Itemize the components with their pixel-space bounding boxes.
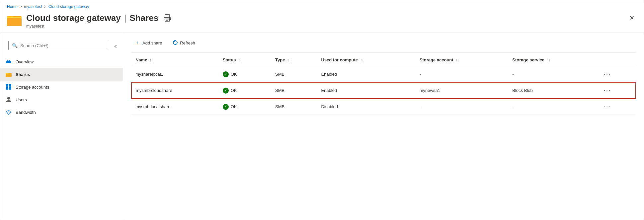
refresh-icon bbox=[173, 40, 178, 46]
cell-storage-account: - bbox=[416, 66, 508, 82]
svg-rect-12 bbox=[6, 74, 12, 77]
cell-type: SMB bbox=[271, 82, 317, 99]
table-row: mysmb-cloudshare ✓ OK SMB Enabled mynews… bbox=[131, 82, 635, 99]
breadcrumb-sep-1: > bbox=[20, 4, 22, 9]
table-header: Name ↑↓ Status ↑↓ Type ↑↓ Used for com bbox=[131, 54, 635, 66]
cell-used-for-compute: Disabled bbox=[317, 99, 415, 115]
col-header-status: Status ↑↓ bbox=[219, 54, 271, 66]
table-header-row: Name ↑↓ Status ↑↓ Type ↑↓ Used for com bbox=[131, 54, 635, 66]
status-text: OK bbox=[231, 72, 237, 77]
sidebar-item-bandwidth-label: Bandwidth bbox=[16, 110, 36, 115]
cell-type: SMB bbox=[271, 99, 317, 115]
cell-name: mysmb-cloudshare bbox=[131, 82, 219, 99]
cell-status: ✓ OK bbox=[219, 66, 271, 82]
breadcrumb-home[interactable]: Home bbox=[7, 4, 18, 9]
header-left: Cloud storage gateway | Shares bbox=[7, 13, 171, 29]
search-box: 🔍 bbox=[8, 41, 108, 50]
cell-storage-service: - bbox=[508, 99, 598, 115]
breadcrumb: Home > myasetest > Cloud storage gateway bbox=[0, 0, 644, 11]
svg-rect-4 bbox=[165, 15, 170, 18]
table-body: mysharelocal1 ✓ OK SMB Enabled - - ··· m… bbox=[131, 66, 635, 115]
sidebar: 🔍 « Overview bbox=[0, 33, 123, 220]
main-layout: 🔍 « Overview bbox=[0, 33, 644, 220]
person-icon bbox=[6, 97, 12, 103]
sort-icon-status[interactable]: ↑↓ bbox=[238, 58, 242, 62]
sort-icon-type[interactable]: ↑↓ bbox=[287, 58, 291, 62]
more-actions-button[interactable]: ··· bbox=[602, 70, 613, 78]
more-actions-button[interactable]: ··· bbox=[602, 103, 613, 111]
search-input[interactable] bbox=[20, 43, 105, 48]
cell-actions: ··· bbox=[598, 99, 635, 115]
sidebar-item-overview[interactable]: Overview bbox=[0, 55, 123, 68]
search-icon: 🔍 bbox=[12, 43, 18, 48]
header-section-text: Shares bbox=[129, 13, 158, 23]
breadcrumb-myasetest[interactable]: myasetest bbox=[24, 4, 42, 9]
cloud-icon bbox=[6, 59, 12, 65]
cell-type: SMB bbox=[271, 66, 317, 82]
breadcrumb-sep-2: > bbox=[44, 4, 46, 9]
sort-icon-compute[interactable]: ↑↓ bbox=[361, 58, 364, 62]
add-share-button[interactable]: ＋ Add share bbox=[131, 37, 166, 48]
header-title-block: Cloud storage gateway | Shares bbox=[26, 13, 171, 29]
svg-rect-6 bbox=[166, 20, 169, 20]
folder-icon bbox=[7, 14, 22, 26]
cell-used-for-compute: Enabled bbox=[317, 82, 415, 99]
refresh-label: Refresh bbox=[180, 40, 195, 45]
svg-point-13 bbox=[7, 97, 10, 100]
add-icon: ＋ bbox=[135, 39, 140, 46]
svg-point-8 bbox=[169, 18, 170, 19]
sidebar-item-shares[interactable]: Shares bbox=[0, 68, 123, 81]
cell-storage-service: - bbox=[508, 66, 598, 82]
shares-table: Name ↑↓ Status ↑↓ Type ↑↓ Used for com bbox=[131, 54, 636, 115]
cell-name: mysmb-localshare bbox=[131, 99, 219, 115]
cell-actions: ··· bbox=[598, 66, 635, 82]
cell-storage-account: mynewsa1 bbox=[416, 82, 508, 99]
refresh-button[interactable]: Refresh bbox=[169, 38, 199, 48]
header-title: Cloud storage gateway | Shares bbox=[26, 13, 171, 23]
wifi-icon bbox=[6, 109, 12, 115]
sort-icon-storage-service[interactable]: ↑↓ bbox=[547, 58, 550, 62]
sidebar-item-storage-accounts-label: Storage accounts bbox=[16, 85, 49, 90]
sidebar-item-shares-label: Shares bbox=[16, 72, 30, 77]
table-row: mysharelocal1 ✓ OK SMB Enabled - - ··· bbox=[131, 66, 635, 82]
header-title-text: Cloud storage gateway bbox=[26, 13, 121, 23]
sort-icon-storage-account[interactable]: ↑↓ bbox=[456, 58, 459, 62]
svg-point-14 bbox=[8, 114, 9, 115]
sidebar-item-bandwidth[interactable]: Bandwidth bbox=[0, 106, 123, 118]
cell-name: mysharelocal1 bbox=[131, 66, 219, 82]
breadcrumb-cloud-storage-gateway[interactable]: Cloud storage gateway bbox=[48, 4, 89, 9]
cell-status: ✓ OK bbox=[219, 82, 271, 99]
header-subtitle: myasetest bbox=[26, 24, 171, 29]
print-icon[interactable] bbox=[164, 14, 171, 23]
add-share-label: Add share bbox=[142, 40, 162, 45]
status-check-icon: ✓ bbox=[223, 88, 229, 94]
content-area: ＋ Add share Refresh bbox=[123, 33, 644, 220]
more-actions-button[interactable]: ··· bbox=[602, 86, 613, 95]
cell-actions: ··· bbox=[598, 82, 635, 99]
sidebar-item-overview-label: Overview bbox=[16, 59, 34, 64]
status-text: OK bbox=[231, 88, 237, 93]
col-header-storage-account: Storage account ↑↓ bbox=[416, 54, 508, 66]
sidebar-item-users-label: Users bbox=[16, 97, 27, 102]
sidebar-item-storage-accounts[interactable]: Storage accounts bbox=[0, 81, 123, 93]
sidebar-item-users[interactable]: Users bbox=[0, 93, 123, 106]
cell-storage-service: Block Blob bbox=[508, 82, 598, 99]
svg-rect-3 bbox=[7, 18, 22, 26]
page-header: Cloud storage gateway | Shares bbox=[0, 11, 644, 33]
close-icon[interactable]: ✕ bbox=[627, 13, 637, 23]
svg-rect-7 bbox=[166, 21, 168, 21]
table-row: mysmb-localshare ✓ OK SMB Disabled - - ·… bbox=[131, 99, 635, 115]
status-text: OK bbox=[231, 104, 237, 109]
cell-used-for-compute: Enabled bbox=[317, 66, 415, 82]
cell-storage-account: - bbox=[416, 99, 508, 115]
col-header-used-for-compute: Used for compute ↑↓ bbox=[317, 54, 415, 66]
page-container: Home > myasetest > Cloud storage gateway… bbox=[0, 0, 644, 220]
col-header-storage-service: Storage service ↑↓ bbox=[508, 54, 598, 66]
sort-icon-name[interactable]: ↑↓ bbox=[150, 58, 153, 62]
collapse-button[interactable]: « bbox=[112, 43, 119, 49]
folder-nav-icon bbox=[6, 71, 12, 77]
status-check-icon: ✓ bbox=[223, 71, 229, 77]
grid-icon bbox=[6, 84, 12, 90]
header-pipe: | bbox=[124, 13, 126, 23]
cell-status: ✓ OK bbox=[219, 99, 271, 115]
